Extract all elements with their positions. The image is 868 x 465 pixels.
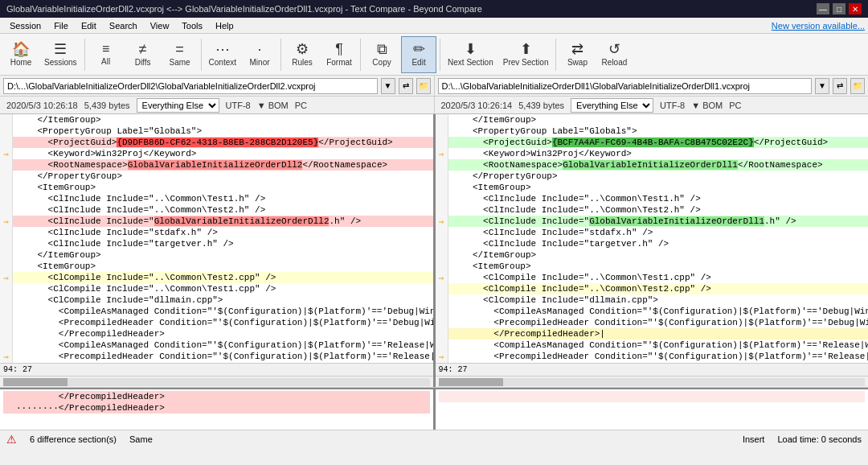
left-line-4: <Keyword>Win32Proj</Keyword> <box>13 148 433 159</box>
left-line-8: <ClInclude Include="..\Common\Test1.h" /… <box>13 193 433 204</box>
close-button[interactable]: ✕ <box>849 3 862 14</box>
swap-button[interactable]: ⇄ Swap <box>559 36 595 73</box>
left-filter-select[interactable]: Everything Else <box>137 98 219 113</box>
menu-tools[interactable]: Tools <box>175 19 209 32</box>
menu-view[interactable]: View <box>144 19 176 32</box>
right-date: 2020/5/3 10:26:14 <box>441 101 513 110</box>
left-size: 5,439 bytes <box>84 101 130 110</box>
right-encoding: UTF-8 <box>660 101 685 110</box>
same-button[interactable]: = Same <box>162 36 198 73</box>
right-line-21: <CompileAsManaged Condition="'$(Configur… <box>448 339 869 351</box>
right-lineending: PC <box>729 101 741 110</box>
left-hscroll-thumb[interactable] <box>3 378 68 386</box>
reload-button[interactable]: ↺ Reload <box>596 36 632 73</box>
separator-2 <box>201 39 202 71</box>
right-line-5: <RootNamespace>GlobalVariableInitializeO… <box>448 159 869 171</box>
prev-section-button[interactable]: ⬆ Prev Section <box>499 36 553 73</box>
left-path-folder[interactable]: 📁 <box>416 78 431 94</box>
minimize-button[interactable]: — <box>817 3 829 14</box>
minor-button[interactable]: · Minor <box>242 36 277 73</box>
main-diff-area: ⇒ ⇒ ⇒ ⇒ <box>0 114 868 388</box>
window-title: GlobalVariableInitializeOrderDll2.vcxpro… <box>6 4 482 14</box>
left-path-swap[interactable]: ⇄ <box>399 78 413 94</box>
right-path-folder[interactable]: 📁 <box>850 78 865 94</box>
format-button[interactable]: ¶ Format <box>321 36 357 73</box>
left-line-10: <ClInclude Include="GlobalVariableInitia… <box>13 216 433 227</box>
right-line-9: <ClInclude Include="..\Common\Test2.h" /… <box>448 204 869 216</box>
edit-button[interactable]: ✏ Edit <box>401 36 436 73</box>
right-line-8: <ClInclude Include="..\Common\Test1.h" /… <box>448 193 869 204</box>
left-diff-pane: ⇒ ⇒ ⇒ ⇒ <box>0 114 436 387</box>
toolbar: 🏠 Home ☰ Sessions ≡ All ≠ Diffs = Same ⋯… <box>0 34 868 76</box>
left-hscroll-track[interactable] <box>3 378 430 386</box>
home-button[interactable]: 🏠 Home <box>3 36 39 73</box>
separator-4 <box>360 39 361 71</box>
right-filter-select[interactable]: Everything Else <box>571 98 653 113</box>
context-button[interactable]: ⋯ Context <box>205 36 240 73</box>
left-line-col: 94: 27 <box>3 365 32 374</box>
diffs-label: Diffs <box>135 58 151 67</box>
menu-search[interactable]: Search <box>103 19 144 32</box>
right-path-swap[interactable]: ⇄ <box>833 78 847 94</box>
right-hscroll[interactable] <box>436 376 869 387</box>
bottom-left-2: ········</PrecompiledHeader> <box>3 402 430 414</box>
right-line-1: </ItemGroup> <box>448 114 869 126</box>
right-line-10: <ClInclude Include="GlobalVariableInitia… <box>448 216 869 227</box>
left-lineending: PC <box>295 101 307 110</box>
left-encoding: UTF-8 <box>226 101 251 110</box>
left-code-area[interactable]: </ItemGroup> <PropertyGroup Label="Globa… <box>13 114 433 363</box>
reload-label: Reload <box>602 58 628 67</box>
home-icon: 🏠 <box>12 42 30 56</box>
left-diff-content[interactable]: ⇒ ⇒ ⇒ ⇒ <box>0 114 433 363</box>
diffs-button[interactable]: ≠ Diffs <box>125 36 161 73</box>
copy-button[interactable]: ⧉ Copy <box>364 36 399 73</box>
left-line-5: <RootNamespace>GlobalVariableInitializeO… <box>13 159 433 171</box>
left-line-16: <ClCompile Include="..\Common\Test1.cpp"… <box>13 283 433 294</box>
sessions-label: Sessions <box>44 58 77 67</box>
rules-button[interactable]: ⚙ Rules <box>285 36 320 73</box>
edit-icon: ✏ <box>413 42 425 56</box>
right-line-2: <PropertyGroup Label="Globals"> <box>448 126 869 137</box>
sessions-button[interactable]: ☰ Sessions <box>40 36 81 73</box>
bottom-right-2 <box>439 402 866 414</box>
maximize-button[interactable]: □ <box>833 3 845 14</box>
right-code-area[interactable]: </ItemGroup> <PropertyGroup Label="Globa… <box>448 114 869 363</box>
separator-6 <box>555 39 556 71</box>
separator-3 <box>280 39 281 71</box>
right-line-16: <ClCompile Include="..\Common\Test2.cpp"… <box>448 283 869 294</box>
reload-icon: ↺ <box>608 42 620 56</box>
rules-label: Rules <box>292 58 313 67</box>
swap-label: Swap <box>567 58 588 67</box>
left-path-input[interactable] <box>3 78 378 94</box>
right-path-bar: ▼ ⇄ 📁 <box>435 76 869 96</box>
next-section-icon: ⬇ <box>465 42 477 56</box>
rules-icon: ⚙ <box>296 42 309 56</box>
left-path-browse[interactable]: ▼ <box>381 78 395 94</box>
context-label: Context <box>209 58 236 67</box>
right-path-input[interactable] <box>438 78 813 94</box>
right-hscroll-thumb[interactable] <box>439 378 503 386</box>
right-hscroll-track[interactable] <box>439 378 866 386</box>
right-diff-content[interactable]: ⇒ ⇒ ⇒ ⇒ <box>436 114 869 363</box>
left-line-7: <ItemGroup> <box>13 182 433 193</box>
menu-file[interactable]: File <box>47 19 75 32</box>
window-controls[interactable]: — □ ✕ <box>817 3 862 14</box>
bottom-right-1 <box>439 391 866 402</box>
menu-bar: Session File Edit Search View Tools Help… <box>0 18 868 34</box>
next-section-label: Next Section <box>448 58 493 67</box>
left-line-11: <ClInclude Include="stdafx.h" /> <box>13 227 433 238</box>
bottom-panel: </PrecompiledHeader> ········</Precompil… <box>0 388 868 430</box>
right-line-22: <PrecompiledHeader Condition="'$(Configu… <box>448 351 869 362</box>
new-version-link[interactable]: New version available... <box>772 21 865 31</box>
separator-5 <box>440 39 440 71</box>
right-line-7: <ItemGroup> <box>448 182 869 193</box>
menu-session[interactable]: Session <box>3 19 47 32</box>
all-button[interactable]: ≡ All <box>88 36 124 73</box>
menu-edit[interactable]: Edit <box>75 19 103 32</box>
right-path-browse[interactable]: ▼ <box>815 78 829 94</box>
right-line-15: <ClCompile Include="..\Common\Test1.cpp"… <box>448 272 869 283</box>
next-section-button[interactable]: ⬇ Next Section <box>444 36 497 73</box>
menu-help[interactable]: Help <box>209 19 240 32</box>
right-line-4: <Keyword>Win32Proj</Keyword> <box>448 148 869 159</box>
left-hscroll[interactable] <box>0 376 433 387</box>
